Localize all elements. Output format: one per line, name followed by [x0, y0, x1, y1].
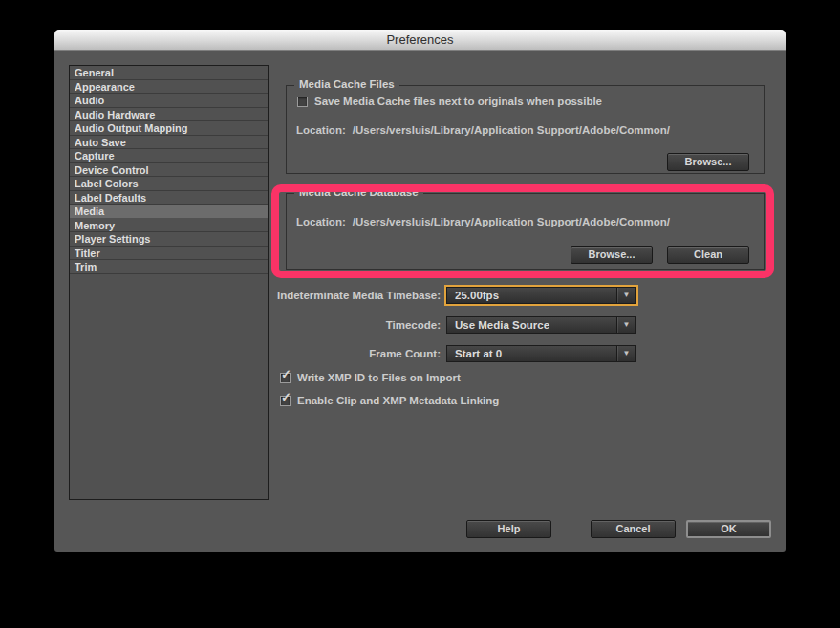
dropdown-arrow-icon: ▼ [616, 317, 635, 333]
timecode-label: Timecode: [207, 316, 441, 334]
dropdown-value: Use Media Source [455, 317, 613, 333]
preferences-dialog: Preferences General Appearance Audio Aud… [54, 30, 786, 552]
group-title: Media Cache Files [294, 78, 399, 90]
dropdown-arrow-icon: ▼ [616, 346, 635, 361]
indeterminate-media-timebase-label: Indeterminate Media Timebase: [207, 287, 441, 304]
checkbox-label: Save Media Cache files next to originals… [314, 96, 602, 107]
sidebar-item-titler[interactable]: Titler [70, 247, 268, 261]
cancel-button[interactable]: Cancel [591, 520, 676, 538]
media-cache-database-group: Media Cache Database Location:/Users/ver… [286, 193, 765, 270]
sidebar-item-audio-hardware[interactable]: Audio Hardware [70, 108, 268, 122]
save-cache-next-to-originals-checkbox[interactable]: Save Media Cache files next to originals… [297, 96, 602, 107]
group-title: Media Cache Database [294, 186, 423, 198]
sidebar-item-appearance[interactable]: Appearance [70, 80, 268, 95]
sidebar-item-label-colors[interactable]: Label Colors [70, 177, 268, 191]
sidebar-item-trim[interactable]: Trim [70, 260, 268, 274]
timecode-dropdown[interactable]: Use Media Source ▼ [446, 316, 636, 334]
check-icon: ✓ [281, 391, 291, 403]
location-label: Location: [296, 216, 346, 227]
sidebar-item-capture[interactable]: Capture [70, 149, 268, 163]
dialog-content: General Appearance Audio Audio Hardware … [54, 52, 786, 552]
media-cache-files-group: Media Cache Files Save Media Cache files… [286, 85, 765, 174]
location-path: /Users/versluis/Library/Application Supp… [353, 216, 670, 227]
sidebar-item-audio-output-mapping[interactable]: Audio Output Mapping [70, 121, 268, 136]
sidebar-item-label-defaults[interactable]: Label Defaults [70, 191, 268, 206]
sidebar-item-audio[interactable]: Audio [70, 94, 268, 108]
sidebar-item-memory[interactable]: Memory [70, 219, 268, 233]
ok-button[interactable]: OK [686, 520, 771, 538]
sidebar-item-general[interactable]: General [70, 66, 268, 80]
sidebar-item-media[interactable]: Media [70, 205, 268, 219]
cache-database-clean-button[interactable]: Clean [667, 246, 749, 264]
sidebar-item-auto-save[interactable]: Auto Save [70, 136, 268, 150]
indeterminate-media-timebase-dropdown[interactable]: 25.00fps ▼ [446, 287, 636, 304]
check-icon: ✓ [281, 368, 291, 380]
window-title: Preferences [386, 32, 453, 47]
checkbox-unchecked-icon[interactable] [297, 97, 308, 107]
enable-clip-xmp-linking-checkbox[interactable]: ✓ Enable Clip and XMP Metadata Linking [280, 395, 499, 406]
checkbox-label: Write XMP ID to Files on Import [297, 372, 461, 383]
frame-count-label: Frame Count: [207, 345, 441, 362]
cache-files-location-row: Location:/Users/versluis/Library/Applica… [296, 124, 670, 136]
cache-files-browse-button[interactable]: Browse... [667, 153, 749, 171]
frame-count-dropdown[interactable]: Start at 0 ▼ [446, 345, 636, 362]
help-button[interactable]: Help [466, 520, 551, 538]
titlebar[interactable]: Preferences [54, 30, 786, 51]
sidebar-item-player-settings[interactable]: Player Settings [70, 232, 268, 247]
cache-database-browse-button[interactable]: Browse... [571, 246, 653, 264]
sidebar-item-device-control[interactable]: Device Control [70, 163, 268, 178]
preferences-category-list: General Appearance Audio Audio Hardware … [69, 65, 269, 500]
dropdown-value: Start at 0 [455, 346, 613, 361]
location-label: Location: [296, 124, 346, 136]
cache-database-location-row: Location:/Users/versluis/Library/Applica… [296, 216, 670, 227]
dropdown-arrow-icon: ▼ [616, 288, 635, 303]
write-xmp-id-checkbox[interactable]: ✓ Write XMP ID to Files on Import [280, 372, 461, 383]
checkbox-checked-icon[interactable]: ✓ [280, 396, 291, 406]
location-path: /Users/versluis/Library/Application Supp… [353, 124, 670, 136]
checkbox-label: Enable Clip and XMP Metadata Linking [297, 395, 499, 406]
dropdown-value: 25.00fps [455, 288, 613, 303]
checkbox-checked-icon[interactable]: ✓ [280, 373, 291, 383]
